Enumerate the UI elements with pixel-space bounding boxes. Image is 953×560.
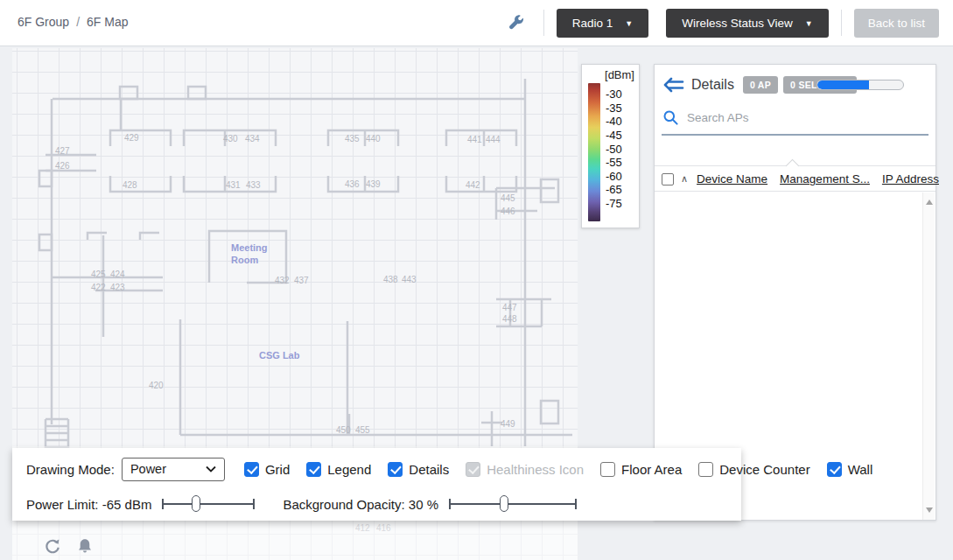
top-bar: 6F Group/6F Map Radio 1 ▼ Wireless Statu…	[0, 0, 953, 46]
view-select-button[interactable]: Wireless Status View ▼	[666, 9, 828, 38]
column-header[interactable]: Management S...	[780, 172, 870, 186]
legend-tick: -60	[606, 171, 622, 182]
legend-color-gradient	[588, 83, 600, 221]
settings-wrench-button[interactable]	[501, 8, 531, 38]
checkbox-device-counter[interactable]: Device Counter	[698, 462, 809, 477]
area-label: CSG Lab	[259, 350, 338, 362]
slider-end-tick	[575, 499, 577, 509]
room-label: 431	[226, 180, 241, 190]
checkbox-label: Details	[409, 462, 449, 477]
wrench-icon	[508, 14, 525, 32]
checkbox-label: Floor Area	[621, 462, 682, 477]
slider-track[interactable]	[449, 503, 577, 505]
checkbox-checked-icon[interactable]	[306, 462, 321, 477]
slider-end-tick	[449, 499, 451, 509]
room-label: 455	[355, 425, 370, 435]
drawing-mode-select[interactable]: Power	[122, 458, 225, 481]
room-label: 425	[91, 270, 106, 279]
legend-title: [dBm]	[588, 68, 634, 81]
sort-caret-icon[interactable]: ∧	[681, 173, 688, 185]
slider-label: Power Limit: -65 dBm	[26, 497, 151, 512]
search-icon	[663, 110, 678, 125]
chevron-down-icon	[206, 466, 216, 472]
panel-progress-slider[interactable]	[816, 80, 904, 90]
checkbox-unchecked-icon[interactable]	[698, 462, 713, 477]
search-input[interactable]	[687, 111, 914, 124]
room-label: 428	[123, 180, 137, 190]
slider-end-tick	[253, 499, 255, 509]
checkbox-details[interactable]: Details	[388, 462, 449, 477]
room-label: 447	[502, 303, 517, 312]
room-label: 438	[383, 275, 398, 284]
checkbox-label: Grid	[265, 462, 290, 477]
ap-table-header: ∧ Device NameManagement S...IP Address	[662, 172, 951, 186]
checkbox-checked-icon[interactable]	[466, 462, 480, 477]
checkbox-unchecked-icon[interactable]	[600, 462, 615, 477]
legend-tick-labels: -30-35-40-45-50-55-60-65-75	[600, 83, 622, 221]
legend-tick: -65	[606, 184, 622, 195]
panel-title: Details	[691, 77, 734, 93]
checkbox-label: Wall	[848, 462, 873, 477]
checkbox-checked-icon[interactable]	[244, 462, 259, 477]
drawing-mode-value: Power	[130, 462, 166, 476]
room-label: 437	[294, 276, 309, 285]
panel-notch	[786, 159, 800, 173]
room-label: 424	[110, 270, 125, 279]
room-label: 440	[366, 134, 381, 144]
room-label: 442	[466, 180, 480, 190]
checkbox-grid[interactable]: Grid	[244, 462, 290, 477]
checkbox-checked-icon[interactable]	[388, 462, 403, 477]
slider-group: Background Opacity: 30 %	[283, 497, 577, 512]
breadcrumb-group[interactable]: 6F Group	[18, 15, 69, 29]
slider-label: Background Opacity: 30 %	[283, 497, 438, 512]
slider-track[interactable]	[162, 503, 255, 505]
room-label: 426	[55, 161, 70, 171]
checkbox-wall[interactable]: Wall	[827, 462, 873, 477]
slider-thumb[interactable]	[192, 495, 200, 512]
checkbox-checked-icon[interactable]	[827, 462, 842, 477]
checkbox-healthiness-icon[interactable]: Healthiness Icon	[466, 462, 584, 477]
select-all-checkbox[interactable]	[662, 173, 674, 186]
room-label: 420	[149, 381, 164, 390]
radio-select-button[interactable]: Radio 1 ▼	[557, 9, 648, 38]
checkbox-label: Legend	[327, 462, 371, 477]
column-header[interactable]: Device Name	[697, 172, 767, 186]
bell-icon[interactable]	[76, 538, 94, 556]
room-label: 446	[501, 206, 515, 216]
room-label: 433	[246, 180, 261, 190]
slider-group: Power Limit: -65 dBm	[26, 497, 255, 512]
room-label: 443	[402, 275, 417, 284]
checkbox-floor-area[interactable]: Floor Area	[600, 462, 682, 477]
legend-tick: -45	[606, 130, 622, 141]
area-label: Meeting Room	[231, 242, 280, 267]
legend-tick: -75	[606, 198, 622, 209]
column-header[interactable]: IP Address	[882, 172, 939, 186]
back-to-list-button[interactable]: Back to list	[854, 9, 939, 38]
breadcrumb-page[interactable]: 6F Map	[87, 15, 128, 29]
room-label: 435	[345, 134, 360, 144]
slider-end-tick	[162, 499, 164, 509]
room-label: 436	[345, 179, 360, 189]
room-label: 432	[275, 276, 290, 285]
count-badge: 0 AP	[743, 76, 778, 94]
checkbox-legend[interactable]: Legend	[306, 462, 371, 477]
search-underline	[662, 134, 928, 136]
breadcrumb: 6F Group/6F Map	[18, 15, 129, 29]
table-scrollbar[interactable]	[922, 192, 935, 520]
room-label: 450	[336, 425, 351, 435]
checkbox-label: Device Counter	[719, 462, 809, 477]
table-columns: Device NameManagement S...IP Address	[697, 172, 951, 186]
radio-select-label: Radio 1	[572, 17, 613, 30]
chevron-down-icon: ▼	[625, 19, 633, 28]
scroll-down-icon[interactable]	[926, 508, 933, 513]
layer-checkboxes: GridLegendDetailsHealthiness IconFloor A…	[244, 462, 872, 477]
refresh-icon[interactable]	[44, 538, 61, 556]
collapse-panel-icon[interactable]	[663, 77, 684, 93]
checkbox-label: Healthiness Icon	[487, 462, 584, 477]
room-label: 439	[366, 179, 381, 189]
panel-divider	[655, 191, 935, 192]
scroll-up-icon[interactable]	[926, 200, 933, 205]
room-label: 423	[110, 283, 125, 292]
drawing-controls-panel: Drawing Mode: Power GridLegendDetailsHea…	[12, 448, 741, 521]
slider-thumb[interactable]	[500, 495, 508, 512]
